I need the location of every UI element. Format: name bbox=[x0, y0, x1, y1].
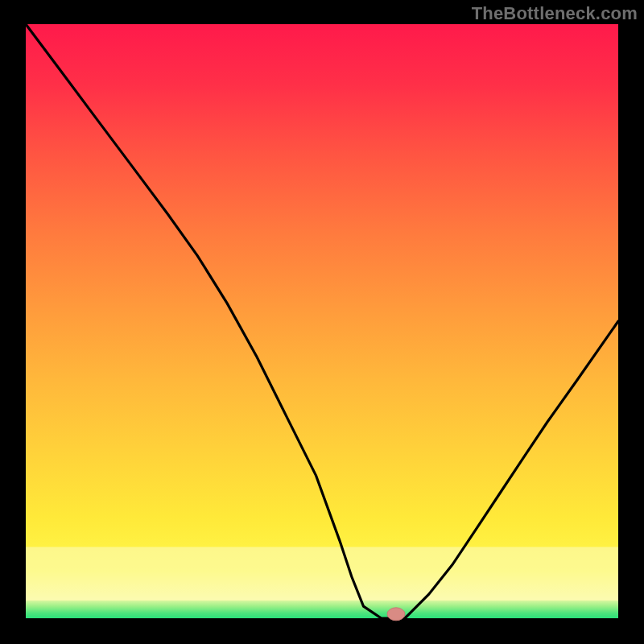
watermark-text: TheBottleneck.com bbox=[472, 3, 638, 24]
green-band bbox=[26, 601, 618, 618]
bottleneck-chart bbox=[0, 0, 644, 644]
optimum-marker bbox=[387, 608, 405, 621]
chart-container: TheBottleneck.com bbox=[0, 0, 644, 644]
plot-background bbox=[26, 24, 618, 618]
plot-area bbox=[26, 24, 618, 621]
pale-band bbox=[26, 547, 618, 600]
